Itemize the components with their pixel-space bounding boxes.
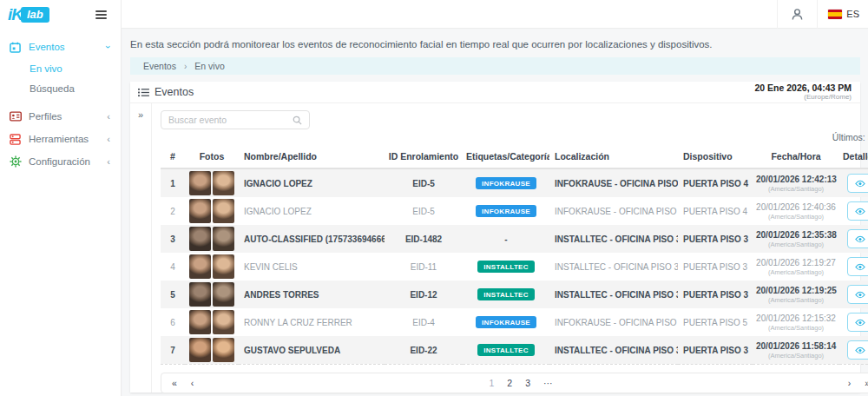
event-timezone: (America/Santiago): [756, 185, 836, 193]
pagination-page-1[interactable]: 1: [489, 378, 494, 388]
details-button[interactable]: [847, 229, 868, 248]
sidebar-subitem-en-vivo[interactable]: En vivo: [0, 58, 121, 78]
event-timezone: (America/Santiago): [756, 213, 836, 221]
col-location: Localización: [549, 146, 678, 168]
sidebar: iKlab Eventos › En vivo Búsqueda Perfile…: [0, 0, 122, 396]
details-button[interactable]: [847, 340, 868, 360]
pagination-page-2[interactable]: 2: [507, 378, 512, 388]
main-content: En esta sección podrá monitorear los eve…: [122, 30, 868, 396]
chevron-left-icon: ‹: [107, 134, 110, 144]
events-content: Últimos: 50 # Fotos Nombre/Apellido ID E…: [152, 103, 868, 393]
event-photo[interactable]: [189, 310, 211, 334]
collapse-panel-button[interactable]: »: [130, 103, 152, 393]
table-row[interactable]: 6 RONNY LA CRUZ FERRER EID-4 INFOKRAUSE …: [161, 308, 868, 336]
event-photo[interactable]: [189, 171, 211, 195]
details-button[interactable]: [847, 257, 868, 276]
row-number: 7: [161, 336, 185, 365]
row-location: INFOKRAUSE - OFICINA PISO 4: [549, 197, 678, 225]
breadcrumb-item-eventos[interactable]: Eventos: [143, 61, 176, 71]
table-row[interactable]: 7 GUSTAVO SEPULVEDA EID-22 INSTALLTEC IN…: [161, 336, 868, 365]
details-button[interactable]: [847, 285, 868, 304]
row-details: [839, 308, 868, 336]
profile-photo[interactable]: [213, 171, 234, 195]
row-number: 4: [161, 253, 185, 280]
profile-photo[interactable]: [213, 282, 234, 307]
event-timestamp: 20/01/2026 12:40:36: [756, 202, 836, 213]
sidebar-item-herramientas[interactable]: Herramientas ‹: [0, 128, 121, 150]
double-chevron-right-icon: »: [138, 109, 143, 120]
app-logo[interactable]: iKlab: [8, 5, 49, 24]
row-enrollment-id: EID-5: [385, 197, 463, 225]
details-button[interactable]: [847, 313, 868, 332]
row-number: 1: [161, 168, 185, 197]
row-photos: [185, 253, 239, 280]
language-selector[interactable]: ES: [818, 0, 868, 29]
row-tags: INSTALLTEC: [463, 336, 549, 365]
row-device: PUERTA PISO 4: [678, 197, 753, 225]
table-row[interactable]: 2 IGNACIO LOPEZ EID-5 INFOKRAUSE INFOKRA…: [161, 197, 868, 225]
pagination-last-button[interactable]: »: [865, 378, 868, 388]
sidebar-item-configuracion[interactable]: Configuración ‹: [0, 150, 121, 173]
profile-photo[interactable]: [213, 254, 234, 279]
eye-icon: [855, 263, 865, 271]
menu-toggle-icon[interactable]: [93, 8, 109, 22]
table-row[interactable]: 3 AUTO-CLASSIFIED (17573369466616) EID-1…: [161, 225, 868, 253]
row-tags: INFOKRAUSE: [463, 197, 549, 225]
events-panel: Eventos 20 Ene 2026, 04:43 PM (Europe/Ro…: [130, 82, 860, 393]
details-button[interactable]: [847, 201, 868, 221]
table-row[interactable]: 5 ANDRES TORRES EID-12 INSTALLTEC INSTAL…: [161, 280, 868, 308]
row-tags: INSTALLTEC: [463, 280, 549, 308]
tools-icon: [9, 133, 22, 146]
profile-photo[interactable]: [213, 227, 234, 251]
breadcrumb: Eventos › En vivo: [130, 57, 860, 75]
pagination-first-button[interactable]: «: [172, 378, 177, 388]
row-photos: [185, 308, 239, 336]
row-tags: -: [463, 225, 549, 253]
tag-badge: INSTALLTEC: [477, 288, 535, 300]
col-tags: Etiquetas/Categorías: [463, 146, 549, 168]
col-details: Detalles: [839, 146, 868, 168]
sidebar-menu: Eventos › En vivo Búsqueda Perfiles ‹ He…: [0, 29, 121, 173]
row-device: PUERTA PISO 3: [678, 253, 753, 280]
event-photo[interactable]: [189, 227, 211, 251]
event-timezone: (America/Santiago): [756, 324, 836, 332]
user-menu-button[interactable]: [778, 0, 817, 29]
language-code: ES: [846, 9, 859, 19]
col-name: Nombre/Apellido: [239, 146, 385, 168]
pagination-page-3[interactable]: 3: [525, 378, 530, 388]
eye-icon: [855, 208, 865, 215]
event-timezone: (America/Santiago): [756, 296, 836, 304]
event-photo[interactable]: [189, 338, 211, 362]
gear-icon: [9, 155, 22, 168]
row-datetime: 20/01/2026 12:40:36 (America/Santiago): [753, 197, 839, 225]
sidebar-item-perfiles[interactable]: Perfiles ‹: [0, 105, 121, 128]
table-header-row: # Fotos Nombre/Apellido ID Enrolamiento …: [161, 146, 868, 168]
search-input[interactable]: [168, 115, 293, 125]
profile-photo[interactable]: [213, 310, 234, 334]
list-icon: [138, 88, 149, 97]
eye-icon: [855, 319, 865, 327]
details-button[interactable]: [847, 174, 868, 193]
row-details: [839, 336, 868, 365]
row-name: GUSTAVO SEPULVEDA: [239, 336, 385, 365]
event-photo[interactable]: [189, 199, 211, 223]
event-timestamp: 20/01/2026 12:19:27: [756, 258, 836, 268]
event-photo[interactable]: [189, 282, 211, 307]
row-datetime: 20/01/2026 12:35:38 (America/Santiago): [753, 225, 839, 253]
sidebar-item-eventos[interactable]: Eventos ›: [0, 36, 121, 58]
search-icon[interactable]: [293, 116, 302, 125]
row-number: 2: [161, 197, 185, 225]
row-enrollment-id: EID-12: [385, 280, 463, 308]
chevron-left-icon: ‹: [107, 156, 110, 167]
table-row[interactable]: 1 IGNACIO LOPEZ EID-5 INFOKRAUSE INFOKRA…: [161, 168, 868, 197]
sidebar-subitem-busqueda[interactable]: Búsqueda: [0, 78, 121, 98]
event-photo[interactable]: [189, 254, 211, 279]
logo-row: iKlab: [0, 0, 121, 29]
pagination-next-button[interactable]: ›: [848, 378, 852, 388]
row-number: 3: [161, 225, 185, 253]
table-row[interactable]: 4 KEVIN CELIS EID-11 INSTALLTEC INSTALLT…: [161, 253, 868, 280]
profile-photo[interactable]: [213, 199, 234, 223]
row-details: [839, 253, 868, 280]
profile-photo[interactable]: [213, 338, 234, 362]
pagination-prev-button[interactable]: ‹: [191, 378, 194, 388]
